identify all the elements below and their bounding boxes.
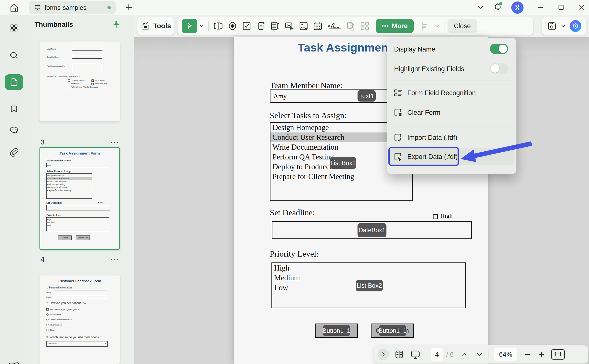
push-button-tool-icon[interactable]: OK bbox=[282, 19, 296, 33]
minimize-button[interactable] bbox=[535, 2, 546, 13]
form-field-recognition-item[interactable]: Form Field Recognition bbox=[393, 87, 511, 99]
mini-label: Email: bbox=[46, 296, 52, 298]
mini-label: Team Member Name: bbox=[46, 159, 72, 162]
page-number: 3 bbox=[40, 138, 45, 146]
date-field-tool-icon[interactable] bbox=[311, 19, 325, 33]
thumbnail-page-3[interactable]: Last Name : Email Address : Position App… bbox=[39, 41, 120, 121]
sidebar-attachments-icon[interactable] bbox=[5, 144, 23, 160]
select-tool-button[interactable] bbox=[182, 19, 197, 33]
close-window-button[interactable] bbox=[576, 2, 587, 13]
actual-size-button[interactable]: 1:1 bbox=[551, 349, 565, 360]
sidebar-comments-icon[interactable] bbox=[5, 122, 23, 138]
divider bbox=[488, 350, 489, 359]
sidebar-read-mode-icon[interactable] bbox=[5, 357, 23, 364]
image-field-tool-icon[interactable] bbox=[296, 19, 311, 33]
mini-label: Select Tasks to Assign: bbox=[46, 170, 72, 173]
display-name-toggle-on[interactable] bbox=[490, 44, 508, 54]
mini-label: Email Address : bbox=[47, 56, 61, 58]
clear-form-menu-label: Clear Form bbox=[407, 109, 440, 117]
collapse-toolbar-icon[interactable] bbox=[475, 2, 486, 13]
zoom-in-icon[interactable] bbox=[538, 351, 545, 358]
sidebar-bookmarks-icon[interactable] bbox=[5, 101, 23, 117]
signature-tool-icon[interactable] bbox=[325, 19, 344, 33]
mini-option-row: Advertisement bbox=[46, 324, 62, 326]
highlight-fields-toggle-off[interactable] bbox=[490, 63, 508, 74]
align-fields-icon bbox=[418, 19, 432, 33]
mini-label: Position Applying For : bbox=[47, 65, 66, 67]
list-box-tool-icon[interactable] bbox=[268, 19, 282, 33]
close-form-mode-button[interactable]: Close bbox=[448, 19, 477, 33]
home-icon[interactable] bbox=[9, 2, 20, 13]
status-bar: 4 / 6 64% 1:1 bbox=[374, 345, 588, 364]
zoom-out-icon[interactable] bbox=[523, 351, 531, 358]
select-tasks-label: Select Tasks to Assign: bbox=[270, 111, 346, 120]
page-menu-icon[interactable]: ··· bbox=[111, 256, 119, 263]
copy-fields-icon bbox=[344, 19, 358, 33]
current-page: 4 bbox=[435, 351, 439, 358]
more-button[interactable]: ••• More bbox=[376, 19, 414, 33]
document-tab[interactable]: forms-samples bbox=[29, 1, 116, 14]
next-page-icon[interactable] bbox=[475, 350, 484, 359]
sidebar-thumbnails-icon[interactable] bbox=[5, 74, 23, 90]
mini-label: How Did You Hear About This Position? bbox=[47, 75, 81, 78]
zoom-level[interactable]: 64% bbox=[494, 348, 517, 361]
mini-input bbox=[46, 205, 110, 210]
page-number: 4 bbox=[40, 255, 45, 263]
mini-high-checkbox: High bbox=[97, 202, 102, 203]
toolbar: Tools bbox=[134, 15, 589, 37]
left-sidebar bbox=[0, 15, 28, 364]
thumbnails-panel: Thumbnails Last Name : Email Address : P… bbox=[28, 15, 134, 364]
text-field-tool-icon[interactable] bbox=[211, 19, 225, 33]
tools-button[interactable]: Tools bbox=[137, 17, 174, 35]
page-menu-icon[interactable]: ··· bbox=[111, 138, 119, 146]
save-chevron-icon[interactable] bbox=[560, 23, 566, 29]
previous-page-icon[interactable] bbox=[460, 350, 468, 359]
avatar[interactable]: X bbox=[511, 1, 524, 14]
mini-title: Task Assignment Form bbox=[40, 151, 119, 155]
mini-input bbox=[54, 295, 107, 298]
ai-assistant-icon[interactable] bbox=[570, 20, 581, 32]
thumbnail-page-5[interactable]: Customer Feedback Form 1. Personal Infor… bbox=[39, 275, 120, 364]
menu-divider bbox=[391, 127, 512, 127]
mini-check-row: ✓Job Board bbox=[68, 83, 79, 85]
thumbnails-title: Thumbnails bbox=[35, 21, 73, 28]
two-page-view-icon[interactable] bbox=[394, 350, 404, 359]
form-field-recognition-label: Form Field Recognition bbox=[407, 89, 476, 97]
mini-input bbox=[54, 290, 107, 293]
clear-form-item[interactable]: Clear Form bbox=[393, 107, 511, 119]
page-number-input[interactable]: 4 bbox=[431, 348, 443, 361]
set-deadline-label: Set Deadline: bbox=[270, 208, 315, 217]
button1-field-badge: Button1_1 bbox=[323, 325, 350, 336]
radio-button-tool-icon[interactable] bbox=[225, 19, 240, 33]
divider bbox=[426, 350, 426, 359]
checkbox-tool-icon[interactable] bbox=[240, 19, 254, 33]
pin-icon[interactable] bbox=[112, 20, 121, 29]
button2-field-badge: Button1_1 bbox=[379, 325, 406, 336]
high-checkbox[interactable]: High bbox=[433, 212, 452, 219]
text1-field-badge: Text1 bbox=[358, 90, 376, 102]
align-chevron-icon bbox=[432, 19, 442, 33]
sidebar-search-icon[interactable] bbox=[5, 48, 23, 64]
maximize-button[interactable] bbox=[556, 2, 566, 13]
select-tool-chevron-icon[interactable] bbox=[197, 23, 206, 29]
thumbnail-page-4-selected[interactable]: Task Assignment Form Team Member Name: A… bbox=[39, 147, 120, 250]
monitor-icon bbox=[34, 4, 41, 11]
import-data-icon bbox=[393, 132, 403, 143]
combo-box-tool-icon[interactable] bbox=[254, 19, 268, 33]
expand-statusbar-icon[interactable] bbox=[378, 349, 389, 360]
export-data-label: Export Data (.fdf) bbox=[407, 153, 458, 161]
notifications-bell-icon[interactable] bbox=[492, 1, 503, 12]
mini-check-row: ✓Email Newsletter bbox=[91, 83, 108, 85]
arrange-fields-icon bbox=[358, 19, 372, 33]
import-data-item[interactable]: Import Data (.fdf) bbox=[393, 132, 511, 144]
save-icon[interactable] bbox=[547, 21, 557, 31]
mini-option-row: Social media bbox=[46, 313, 61, 316]
divider bbox=[208, 21, 209, 31]
presentation-mode-icon[interactable] bbox=[410, 350, 421, 359]
form-field-recognition-icon bbox=[393, 88, 403, 98]
priority-option[interactable]: High bbox=[272, 263, 465, 273]
sidebar-apps-grid-icon[interactable] bbox=[5, 20, 23, 36]
new-tab-button[interactable] bbox=[123, 2, 134, 13]
export-data-item[interactable]: Export Data (.fdf) bbox=[393, 151, 511, 163]
mini-label: Priority Level: bbox=[46, 213, 63, 216]
